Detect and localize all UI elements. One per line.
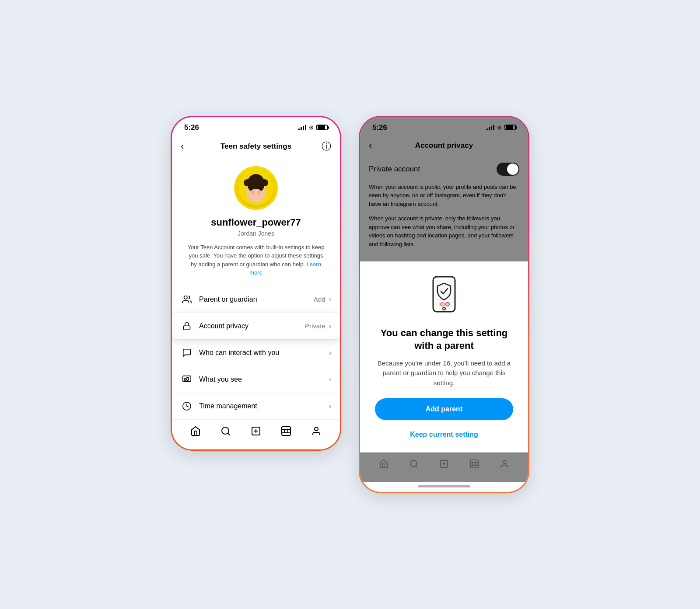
- time-label: Time management: [199, 402, 329, 410]
- privacy-toggle-row: Private account: [360, 156, 528, 183]
- sheet-description: Because you're under 16, you'll need to …: [375, 358, 513, 388]
- settings-item-see[interactable]: What you see ›: [172, 366, 340, 393]
- search-icon[interactable]: [220, 426, 231, 439]
- bio-text: Your Teen Account comes with built-in se…: [185, 243, 327, 277]
- keep-setting-button[interactable]: Keep current setting: [375, 427, 513, 442]
- right-profile-icon[interactable]: [500, 459, 509, 471]
- profile-section: sunflower_power77 Jordan Jones Your Teen…: [172, 157, 340, 286]
- svg-point-32: [410, 460, 417, 467]
- settings-item-time[interactable]: Time management ›: [172, 393, 340, 419]
- wifi-icon: ⊛: [309, 124, 314, 131]
- see-label: What you see: [199, 376, 329, 383]
- right-add-icon[interactable]: [439, 459, 449, 471]
- add-icon[interactable]: [251, 426, 261, 439]
- time-icon: [181, 400, 193, 412]
- left-status-icons: ⊛: [298, 124, 328, 131]
- settings-item-parent[interactable]: Parent or guardian Add ›: [172, 286, 340, 313]
- svg-rect-13: [185, 379, 186, 380]
- signal-icon: [298, 125, 306, 130]
- right-signal-icon: [486, 125, 494, 130]
- home-icon[interactable]: [190, 426, 201, 439]
- interact-icon: [181, 347, 193, 359]
- privacy-icon: [181, 320, 193, 332]
- right-time: 5:26: [372, 123, 387, 132]
- parent-chevron: ›: [329, 296, 331, 303]
- sheet-title: You can change this setting with a paren…: [375, 327, 513, 352]
- privacy-chevron: ›: [329, 322, 331, 330]
- svg-rect-37: [470, 460, 478, 468]
- privacy-descriptions: When your account is public, your profil…: [360, 183, 528, 262]
- svg-line-17: [228, 433, 230, 435]
- time-chevron: ›: [329, 402, 331, 410]
- interact-label: Who can interact with you: [199, 349, 329, 357]
- svg-rect-11: [184, 326, 190, 330]
- svg-rect-14: [187, 377, 189, 380]
- home-indicator: [418, 485, 470, 487]
- left-nav-title: Teen safety settings: [194, 142, 318, 151]
- interact-chevron: ›: [329, 349, 331, 357]
- svg-point-41: [503, 460, 506, 463]
- add-parent-button[interactable]: Add parent: [375, 398, 513, 420]
- privacy-desc-2: When your account is private, only the f…: [369, 214, 519, 248]
- privacy-value: Private: [305, 322, 326, 330]
- settings-list: Parent or guardian Add › Account privacy…: [172, 286, 340, 419]
- svg-point-4: [261, 179, 268, 186]
- private-account-label: Private account: [369, 165, 420, 174]
- private-account-toggle[interactable]: [497, 163, 519, 176]
- svg-point-10: [184, 296, 187, 299]
- settings-item-privacy[interactable]: Account privacy Private ›: [172, 313, 340, 339]
- privacy-label: Account privacy: [199, 322, 305, 330]
- right-status-icons: ⊛: [486, 124, 516, 131]
- battery-icon: [316, 125, 328, 130]
- avatar: [234, 166, 278, 210]
- left-info-button[interactable]: ⓘ: [318, 140, 331, 153]
- sheet-icon: [375, 275, 513, 318]
- right-wifi-icon: ⊛: [497, 124, 502, 131]
- svg-point-8: [252, 191, 254, 194]
- privacy-desc-1: When your account is public, your profil…: [369, 183, 519, 209]
- svg-point-9: [258, 191, 260, 194]
- bottom-sheet: You can change this setting with a paren…: [364, 261, 524, 452]
- svg-point-5: [249, 176, 256, 182]
- right-back-button[interactable]: ‹: [369, 140, 382, 151]
- right-bottom-nav: [360, 452, 528, 482]
- real-name: Jordan Jones: [238, 230, 274, 237]
- parent-value: Add: [314, 296, 326, 303]
- right-battery-icon: [504, 125, 516, 130]
- svg-line-33: [416, 466, 417, 467]
- svg-point-22: [284, 429, 288, 433]
- svg-point-7: [250, 189, 262, 198]
- settings-item-interact[interactable]: Who can interact with you ›: [172, 339, 340, 366]
- svg-rect-21: [282, 427, 290, 435]
- see-chevron: ›: [329, 376, 331, 383]
- left-phone: 5:26 ⊛ ‹ Teen safety settings ⓘ: [171, 116, 341, 451]
- parent-icon: [181, 293, 193, 306]
- svg-point-38: [472, 462, 476, 465]
- svg-point-25: [315, 427, 318, 431]
- right-home-icon[interactable]: [379, 459, 388, 471]
- reels-icon[interactable]: [281, 426, 291, 439]
- right-nav-bar: ‹ Account privacy: [360, 136, 528, 156]
- left-nav-bar: ‹ Teen safety settings ⓘ: [172, 136, 340, 157]
- parent-label: Parent or guardian: [199, 296, 314, 303]
- see-icon: [181, 373, 193, 386]
- right-phone: 5:26 ⊛ ‹ Account privacy Priva: [359, 116, 529, 493]
- left-bottom-nav: [172, 419, 340, 449]
- avatar-image: [236, 168, 276, 208]
- username: sunflower_power77: [211, 217, 301, 228]
- main-container: 5:26 ⊛ ‹ Teen safety settings ⓘ: [171, 116, 529, 493]
- left-back-button[interactable]: ‹: [181, 141, 194, 152]
- svg-point-6: [256, 175, 262, 181]
- svg-point-28: [443, 307, 445, 310]
- right-status-bar: 5:26 ⊛: [360, 117, 528, 136]
- right-nav-title: Account privacy: [382, 141, 506, 150]
- left-time: 5:26: [184, 123, 199, 132]
- right-search-icon[interactable]: [409, 459, 419, 471]
- svg-point-16: [222, 427, 229, 434]
- left-status-bar: 5:26 ⊛: [172, 117, 340, 136]
- right-reels-icon[interactable]: [469, 459, 479, 471]
- profile-icon[interactable]: [311, 426, 322, 439]
